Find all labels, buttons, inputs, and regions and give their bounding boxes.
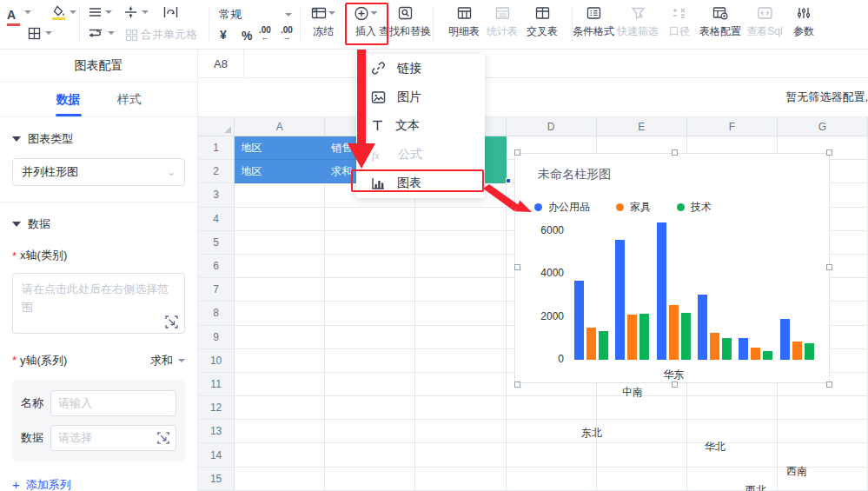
bar-办公用品-华北[interactable]	[698, 295, 707, 360]
cell-A7[interactable]	[235, 278, 325, 302]
cell-D15[interactable]	[507, 468, 597, 491]
borders-button[interactable]	[28, 27, 41, 40]
range-select-icon[interactable]	[165, 315, 178, 328]
aggregation-select[interactable]: 求和	[150, 353, 185, 368]
cell-B10[interactable]	[325, 349, 415, 373]
table-config-button[interactable]: 表格配置	[699, 4, 741, 39]
cell-E12[interactable]	[597, 396, 687, 420]
cell-A9[interactable]	[235, 326, 325, 349]
chart-type-select[interactable]: 并列柱形图 ⌄	[12, 158, 185, 186]
bar-技术-东北[interactable]	[599, 331, 608, 360]
cell-C15[interactable]	[415, 468, 506, 491]
cell-A6[interactable]	[235, 255, 325, 278]
increase-decimal-button[interactable]: .00→	[281, 27, 293, 41]
font-color-button[interactable]: A	[7, 7, 16, 23]
row-header-7[interactable]: 7	[198, 278, 235, 302]
row-header-1[interactable]: 1	[198, 136, 235, 160]
add-series-button[interactable]: + 添加系列	[12, 477, 185, 491]
resize-handle[interactable]	[514, 264, 520, 270]
bar-家具-中南[interactable]	[627, 315, 637, 360]
row-header-12[interactable]: 12	[198, 396, 235, 420]
cell-B8[interactable]	[325, 302, 415, 325]
resize-handle[interactable]	[672, 149, 678, 156]
menu-item-link[interactable]: 链接	[356, 54, 485, 83]
cell-C14[interactable]	[415, 443, 506, 467]
row-header-8[interactable]: 8	[198, 302, 235, 325]
conditional-format-button[interactable]: 条件格式	[573, 4, 614, 39]
bar-家具-西南[interactable]	[792, 342, 802, 360]
name-box[interactable]: A8	[198, 50, 244, 77]
legend-item[interactable]: 家具	[616, 200, 651, 215]
cell-C7[interactable]	[415, 278, 506, 302]
borders-caret[interactable]	[45, 31, 52, 35]
cell-E15[interactable]	[597, 468, 687, 491]
resize-handle[interactable]	[514, 382, 520, 388]
cell-B9[interactable]	[325, 326, 415, 349]
cell-B7[interactable]	[325, 278, 415, 302]
column-header-D[interactable]: D	[507, 117, 597, 136]
cell-G12[interactable]	[778, 396, 868, 420]
series-name-input[interactable]: 请输入	[50, 390, 176, 416]
params-button[interactable]: 参数	[793, 4, 814, 39]
column-header-A[interactable]: A	[235, 117, 325, 136]
h-align-button[interactable]	[89, 7, 102, 17]
row-header-11[interactable]: 11	[198, 373, 235, 396]
select-all-corner[interactable]	[198, 117, 235, 136]
cell-F13[interactable]	[687, 420, 778, 443]
cell-C8[interactable]	[415, 302, 506, 325]
resize-handle[interactable]	[826, 149, 832, 156]
cell-A11[interactable]	[235, 373, 325, 396]
cell-A3[interactable]	[235, 183, 325, 207]
cell-F12[interactable]	[687, 396, 778, 420]
resize-handle[interactable]	[826, 264, 832, 270]
cell-A14[interactable]	[235, 443, 325, 467]
menu-item-text[interactable]: 文本	[356, 111, 485, 140]
tab-style[interactable]: 样式	[117, 83, 142, 116]
column-header-E[interactable]: E	[597, 117, 687, 136]
cell-C9[interactable]	[415, 326, 506, 349]
cell-B12[interactable]	[325, 396, 415, 420]
bar-家具-东北[interactable]	[586, 328, 596, 360]
v-align-caret[interactable]	[142, 10, 149, 14]
find-replace-button[interactable]: 查找和替换	[379, 4, 431, 39]
cell-B15[interactable]	[325, 468, 415, 491]
series-data-input[interactable]: 请选择	[50, 425, 176, 451]
percent-button[interactable]: %	[242, 29, 252, 43]
cell-B5[interactable]	[325, 231, 415, 255]
bar-技术-华北[interactable]	[722, 338, 732, 360]
text-wrap-caret[interactable]	[108, 31, 115, 35]
cell-C10[interactable]	[415, 349, 506, 373]
text-rotate-button[interactable]	[163, 6, 178, 18]
detail-table-button[interactable]: 明细表	[448, 4, 480, 39]
bar-办公用品-东北[interactable]	[574, 281, 584, 360]
bar-办公用品-西南[interactable]	[780, 319, 790, 360]
bar-办公用品-华东[interactable]	[657, 222, 666, 360]
chart-type-section[interactable]: 图表类型	[12, 131, 185, 147]
cell-C11[interactable]	[415, 373, 506, 396]
bar-技术-中南[interactable]	[639, 314, 649, 360]
cell-C12[interactable]	[415, 396, 506, 420]
formula-input[interactable]	[244, 50, 868, 77]
legend-item[interactable]: 办公用品	[534, 200, 590, 215]
cell-A15[interactable]	[235, 468, 325, 491]
bar-家具-华东[interactable]	[669, 305, 679, 360]
h-align-caret[interactable]	[105, 10, 112, 14]
cell-C13[interactable]	[415, 420, 506, 443]
currency-button[interactable]: ¥	[220, 28, 227, 42]
fill-color-caret[interactable]	[70, 10, 76, 14]
number-format-select[interactable]: 常规	[219, 7, 292, 23]
insert-button[interactable]: 插入	[354, 4, 378, 39]
chart-object[interactable]: 未命名柱形图 办公用品家具技术 0200040006000东北中南华东华北西北西…	[514, 153, 830, 383]
row-header-9[interactable]: 9	[198, 326, 235, 349]
cell-A1[interactable]: 地区	[235, 136, 325, 160]
cell-A12[interactable]	[235, 396, 325, 420]
resize-handle[interactable]	[826, 382, 832, 388]
column-header-G[interactable]: G	[778, 117, 868, 136]
legend-item[interactable]: 技术	[677, 200, 712, 215]
cell-C5[interactable]	[415, 231, 506, 255]
cell-A5[interactable]	[235, 231, 325, 255]
cell-B14[interactable]	[325, 443, 415, 467]
cell-E13[interactable]	[597, 420, 687, 443]
range-select-icon[interactable]	[157, 432, 169, 444]
row-header-13[interactable]: 13	[198, 420, 235, 443]
